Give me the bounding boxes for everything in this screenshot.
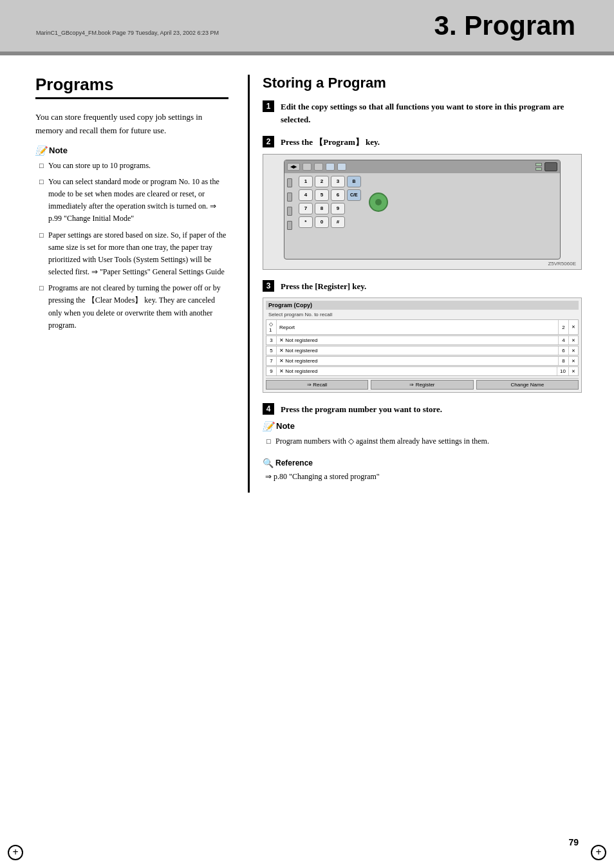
ptable-num2-3: 8 [559,357,569,365]
step-1-text: Edit the copy settings so that all funct… [281,100,582,126]
step4-note: 📝 Note Program numbers with ◇ against th… [263,421,582,448]
key-1: 1 [299,176,313,187]
note-item-4: Programs are not cleared by turning the … [39,282,228,332]
ptable-footer: ⇒ Recall ⇒ Register Change Name [266,378,579,390]
keypad-panel: ◀▶ [284,160,561,259]
file-info: MarinC1_GBcopy4_FM.book Page 79 Tuesday,… [32,28,277,37]
step4-note-icon: 📝 [263,421,274,431]
ptable-row-1: 3 ✕ Not registered 4 ✕ [266,335,579,345]
step-2: 2 Press the 【Program】 key. ◀▶ [263,136,582,270]
ptable-row-3: 7 ✕ Not registered 8 ✕ [266,356,579,366]
key-hash: # [331,216,345,228]
step-2-text: Press the 【Program】 key. [281,136,582,149]
ptable-icon-4: ✕ [569,367,578,375]
keypad-row1: 1 2 3 B [299,176,361,187]
keypad-row4: * 0 # [299,216,361,228]
start-btn-area [369,193,388,231]
step-1-header: 1 Edit the copy settings so that all fun… [263,100,582,126]
register-btn: ⇒ Register [371,380,473,390]
step-3: 3 Press the [Register] key. Program (Cop… [263,280,582,393]
keypad-top-bar: ◀▶ [284,160,560,173]
keypad-body: 1 2 3 B 4 5 6 C/E [284,173,560,231]
side-btn-2 [287,193,292,202]
step-2-header: 2 Press the 【Program】 key. [263,136,582,149]
key-0: 0 [315,216,329,228]
ptable-name-0: Report [277,320,559,334]
key-9: 9 [331,203,345,214]
indicator-1 [535,163,542,166]
reference-heading: 🔍 Reference [263,458,582,468]
key-2: 2 [315,176,329,187]
ptable-name-1: ✕ Not registered [277,336,559,344]
note-list: You can store up to 10 programs. You can… [35,160,228,332]
ptable-title: Program (Copy) [266,301,579,310]
note-section: 📝 Note You can store up to 10 programs. … [35,146,228,332]
ptable-name-4: ✕ Not registered [277,367,557,375]
key-star: * [299,216,313,228]
step-3-number: 3 [263,280,274,292]
keypad-numgrid: 1 2 3 B 4 5 6 C/E [296,173,364,231]
ptable-num-1: 3 [266,336,277,344]
ptable-icon-0: ✕ [569,320,578,334]
side-btn-1 [287,178,292,187]
note-item-3: Paper settings are stored based on size.… [39,229,228,279]
main-content: Programs You can store frequently used c… [0,55,614,512]
step-4-text: Press the program number you want to sto… [281,403,582,416]
side-btn-3 [287,207,292,216]
note-item-1: You can store up to 10 programs. [39,160,228,172]
keypad-side-btns [287,178,292,230]
note-heading: 📝 Note [35,146,228,156]
keypad-circle [314,163,323,171]
program-table-image: Program (Copy) Select program No. to rec… [263,297,582,393]
ptable-icon-2: ✕ [569,346,578,355]
keypad-image: ◀▶ [263,154,582,270]
step-2-number: 2 [263,136,274,147]
keypad-blue1 [326,163,335,171]
note-item-2: You can select standard mode or program … [39,176,228,225]
ptable-icon-3: ✕ [569,357,578,365]
reference-text: ⇒ p.80 "Changing a stored program" [263,471,582,482]
reference-section: 🔍 Reference ⇒ p.80 "Changing a stored pr… [263,458,582,482]
step4-note-label: Note [276,421,295,431]
start-inner [375,199,382,205]
left-column: Programs You can store frequently used c… [35,75,228,493]
ptable-num-4: 9 [266,367,277,375]
key-7: 7 [299,203,313,214]
step-4-header: 4 Press the program number you want to s… [263,403,582,416]
step-3-text: Press the [Register] key. [281,280,582,293]
key-ce: C/E [347,189,361,201]
step-4: 4 Press the program number you want to s… [263,403,582,482]
reference-label: Reference [275,458,313,467]
start-button [369,193,388,212]
ptable-num2-2: 6 [559,346,569,355]
key-8: 8 [315,203,329,214]
page-number: 79 [568,837,579,847]
side-btn-4 [287,221,292,230]
content-area: Programs You can store frequently used c… [0,55,614,867]
keypad-main-key [544,162,557,171]
right-column: Storing a Program 1 Edit the copy settin… [248,75,582,493]
ptable-row-0: ◇ 1 Report 2 ✕ [266,319,579,335]
note-label: Note [49,146,68,155]
step-3-header: 3 Press the [Register] key. [263,280,582,293]
keypad-diamond [302,163,312,171]
intro-text: You can store frequently used copy job s… [35,111,228,138]
ptable-name-3: ✕ Not registered [277,357,559,365]
step-1-number: 1 [263,100,274,112]
storing-heading: Storing a Program [263,75,582,91]
step4-note-heading: 📝 Note [263,421,582,431]
step4-note-item-1: Program numbers with ◇ against them alre… [266,435,582,448]
keypad-caption: Z5VR5060E [268,261,576,267]
ptable-num2-0: 2 [559,320,569,334]
key-6: 6 [331,189,345,201]
ptable-icon-1: ✕ [569,336,578,344]
chapter-title: 3. Program [434,10,575,41]
step4-note-list: Program numbers with ◇ against them alre… [263,435,582,448]
step-4-number: 4 [263,403,274,415]
ptable-row-2: 5 ✕ Not registered 6 ✕ [266,346,579,355]
indicator-2 [535,167,542,171]
chapter-header: MarinC1_GBcopy4_FM.book Page 79 Tuesday,… [0,0,614,52]
ptable-num-2: 5 [266,346,277,355]
ptable-num2-1: 4 [559,336,569,344]
programs-heading: Programs [35,75,228,99]
